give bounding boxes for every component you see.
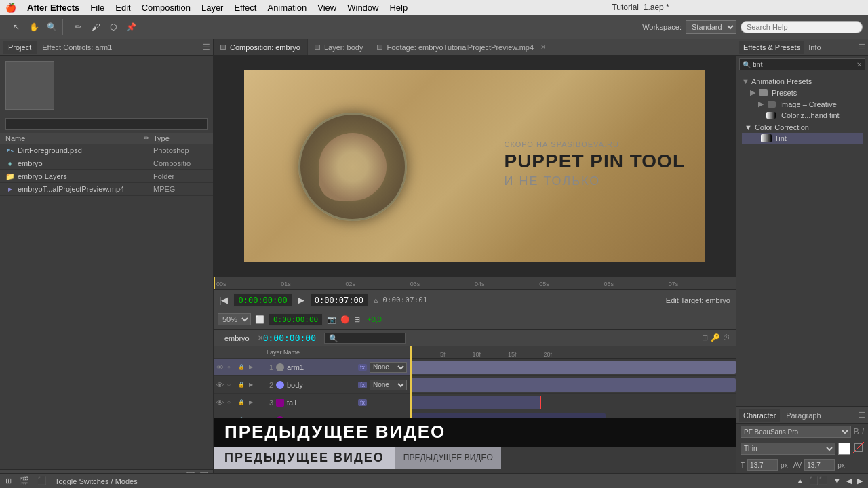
list-item[interactable]: ◈ embryo Compositio [0,157,213,170]
timeline-icon-1[interactable]: ⊞ [702,333,708,342]
tab-character[interactable]: Character [739,409,780,422]
clone-tool[interactable]: ⬡ [105,19,121,35]
workspace-select[interactable]: Standard [686,20,736,34]
track-bar-1-content[interactable] [410,361,736,374]
track-bar-2-content[interactable] [410,378,736,392]
layer-visibility-2[interactable]: 👁 [216,381,224,389]
arrow-left-bottom[interactable]: ◀ [846,476,852,485]
effects-search-input[interactable] [753,60,856,68]
tab-layer-body[interactable]: Layer: body [308,39,370,55]
split-icon[interactable]: ⬛⬛ [809,476,828,485]
layer-mode-1[interactable]: None [370,362,407,373]
zoom-select[interactable]: 50% [218,313,251,325]
faux-bold-icon[interactable]: B [854,427,859,436]
layer-fx-badge-2[interactable]: fx [358,382,367,388]
layer-expand-1[interactable]: ▶ [249,364,257,370]
menu-file[interactable]: File [90,3,104,13]
layer-fx-badge-3[interactable]: fx [358,399,367,406]
clear-search-icon[interactable]: ✕ [856,61,862,68]
tree-item-tint[interactable]: Tint [742,133,863,144]
layer-fx-badge-1[interactable]: fx [358,364,367,371]
frame-time-display[interactable]: 0:00:00:00 [269,313,323,326]
apple-logo[interactable]: 🍎 [5,3,16,13]
preview-bottom-button[interactable]: ⬛ [37,476,47,485]
layer-lock-2[interactable]: 🔒 [238,382,246,388]
menu-layer[interactable]: Layer [201,3,224,13]
toggle-switches-label[interactable]: Toggle Switches / Modes [55,477,138,485]
timeline-icon-2[interactable]: 🔑 [711,333,720,342]
layer-expand-3[interactable]: ▶ [249,399,257,405]
go-to-start-button[interactable]: |◀ [219,295,228,305]
tab-effects-presets[interactable]: Effects & Presets [739,41,804,54]
timeline-search-input[interactable] [324,333,406,344]
menu-view[interactable]: View [317,3,336,13]
current-time-display[interactable]: 0:00:00:00 [233,293,292,307]
expand-icon[interactable]: ▼ [833,476,841,485]
menu-window[interactable]: Window [347,3,378,13]
panel-menu-button[interactable]: ☰ [859,43,865,52]
kerning-input[interactable] [804,459,835,471]
footage-tab-close[interactable]: ✕ [540,43,546,51]
table-row[interactable]: 👁 ○ 🔒 ▶ 3 tail fx [214,394,410,411]
brush-tool[interactable]: 🖌 [87,19,104,35]
grid-icon[interactable]: ⊞ [354,315,360,324]
layer-visibility-3[interactable]: 👁 [216,399,224,407]
play-button[interactable]: ▶ [298,295,304,305]
render-icon[interactable]: 🔴 [340,315,350,324]
table-row[interactable]: 👁 ○ 🔒 ▶ 1 arm1 fx None [214,359,410,376]
table-row[interactable]: 👁 ○ 🔒 ▶ 4 arm2 [214,411,410,418]
tab-footage[interactable]: Footage: embryoTutorialProjectPreview.mp… [370,39,553,55]
track-bar-3-content[interactable] [410,396,540,409]
effects-section-header-color[interactable]: ▼ Color Correction [742,122,863,133]
list-item[interactable]: Ps DirtForeground.psd Photoshop [0,144,213,157]
layer-solo-2[interactable]: ○ [227,382,235,388]
layer-solo-1[interactable]: ○ [227,364,235,370]
timeline-current-time[interactable]: 0:00:00:00 [263,333,316,343]
render-queue-button[interactable]: 🎬 [20,476,29,485]
font-select[interactable]: PF BeauSans Pro [741,426,851,438]
tree-item-animation-presets[interactable]: ▼ Animation Presets [739,76,865,87]
tab-effect-controls[interactable]: Effect Controls: arm1 [37,41,117,54]
layer-lock-3[interactable]: 🔒 [238,399,246,405]
panel-menu-icon[interactable]: ☰ [203,43,210,52]
faux-italic-icon[interactable]: I [862,427,864,436]
char-panel-menu[interactable]: ☰ [859,411,865,420]
layer-solo-3[interactable]: ○ [227,399,235,405]
menu-composition[interactable]: Composition [142,3,191,13]
tree-item-coloriz[interactable]: Coloriz...hand tint [739,110,865,121]
zoom-tool[interactable]: 🔍 [43,19,60,35]
table-row[interactable]: 👁 ○ 🔒 ▶ 2 body fx None [214,376,410,394]
selection-tool[interactable]: ↖ [8,19,24,35]
layer-mode-2[interactable]: None [370,380,407,390]
timeline-comp-tab[interactable]: embryo [219,332,255,344]
arrow-right-bottom[interactable]: ▶ [857,476,863,485]
tab-info[interactable]: Info [804,41,825,54]
puppet-tool[interactable]: 📌 [123,19,139,35]
hand-tool[interactable]: ✋ [26,19,42,35]
timeline-icon-3[interactable]: ⏱ [723,333,730,342]
color-swatch-stroke[interactable] [853,442,864,455]
menu-effect[interactable]: Effect [234,3,256,13]
collapse-icon[interactable]: ▲ [796,476,804,485]
menu-animation[interactable]: Animation [267,3,307,13]
layer-lock-1[interactable]: 🔒 [238,364,246,370]
menu-edit[interactable]: Edit [115,3,130,13]
list-item[interactable]: ▶ embryoT...alProjectPreview.mp4 MPEG [0,183,213,196]
snap-icon[interactable]: 📷 [327,315,336,324]
tab-paragraph[interactable]: Paragraph [782,409,825,422]
font-style-select[interactable]: Thin [741,443,835,455]
tab-composition-embryo[interactable]: Composition: embryo [214,39,308,55]
project-search-input[interactable] [5,118,208,130]
list-item[interactable]: 📁 embryo Layers Folder [0,170,213,183]
menu-help[interactable]: Help [389,3,408,13]
tree-item-image-creative[interactable]: ▶ Image – Creative [739,98,865,110]
new-comp-bottom-button[interactable]: ⊞ [5,476,12,485]
color-swatch-fg[interactable] [838,443,850,455]
tab-project[interactable]: Project [3,41,37,54]
layer-visibility-1[interactable]: 👁 [216,363,224,371]
font-size-input[interactable] [747,459,778,471]
tree-item-presets[interactable]: ▶ Presets [739,87,865,98]
layer-expand-2[interactable]: ▶ [249,382,257,388]
timeline-close-icon[interactable]: ✕ [258,334,263,342]
pen-tool[interactable]: ✏ [70,19,86,35]
